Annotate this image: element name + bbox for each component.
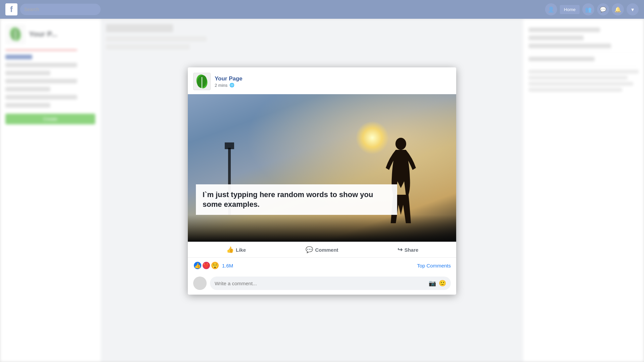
comment-input[interactable] bbox=[215, 281, 426, 286]
camera-icon[interactable]: 📷 bbox=[429, 280, 436, 287]
commenter-avatar bbox=[193, 277, 207, 290]
ground-overlay bbox=[188, 215, 456, 242]
svg-point-6 bbox=[395, 138, 406, 150]
like-icon: 👍 bbox=[226, 246, 234, 253]
comment-input-wrapper[interactable]: 📷 🙂 bbox=[210, 277, 451, 290]
share-label: Share bbox=[405, 247, 419, 253]
like-label: Like bbox=[236, 247, 246, 253]
comment-icon: 💬 bbox=[306, 246, 313, 253]
comment-row: 📷 🙂 bbox=[188, 273, 456, 295]
post-header: Your Page 2 mins 🌐 bbox=[188, 67, 456, 94]
modal-overlay: Your Page 2 mins 🌐 bbox=[0, 0, 644, 362]
page-name[interactable]: Your Page bbox=[215, 75, 243, 82]
share-button[interactable]: ↪ Share bbox=[365, 243, 451, 256]
comment-button[interactable]: 💬 Comment bbox=[279, 243, 365, 256]
share-icon: ↪ bbox=[397, 246, 402, 253]
like-button[interactable]: 👍 Like bbox=[193, 243, 279, 256]
post-meta: 2 mins 🌐 bbox=[215, 83, 243, 88]
reaction-wow-icon: 😲 bbox=[211, 261, 219, 270]
page-avatar bbox=[193, 73, 211, 90]
top-comments-button[interactable]: Top Comments bbox=[417, 263, 451, 268]
post-modal: Your Page 2 mins 🌐 bbox=[188, 67, 456, 295]
post-actions: 👍 Like 💬 Comment ↪ Share bbox=[188, 242, 456, 258]
pole-top-decoration bbox=[225, 142, 234, 149]
comment-label: Comment bbox=[315, 247, 338, 253]
caption-text: I`m just typping here random words to sh… bbox=[203, 190, 373, 209]
emoji-icon[interactable]: 🙂 bbox=[439, 280, 446, 287]
post-time: 2 mins bbox=[215, 83, 227, 88]
post-image: I`m just typping here random words to sh… bbox=[188, 94, 456, 242]
caption-box: I`m just typping here random words to sh… bbox=[196, 184, 397, 215]
page-info: Your Page 2 mins 🌐 bbox=[215, 75, 243, 88]
reaction-count: 1.6M bbox=[222, 263, 233, 268]
reaction-like-icon: 👍 bbox=[193, 261, 202, 270]
privacy-globe-icon: 🌐 bbox=[229, 83, 234, 87]
reactions-left[interactable]: 👍 ❤️ 😲 1.6M bbox=[193, 261, 233, 270]
reactions-row: 👍 ❤️ 😲 1.6M Top Comments bbox=[188, 258, 456, 273]
reaction-love-icon: ❤️ bbox=[202, 261, 211, 270]
comment-icons: 📷 🙂 bbox=[429, 280, 446, 287]
